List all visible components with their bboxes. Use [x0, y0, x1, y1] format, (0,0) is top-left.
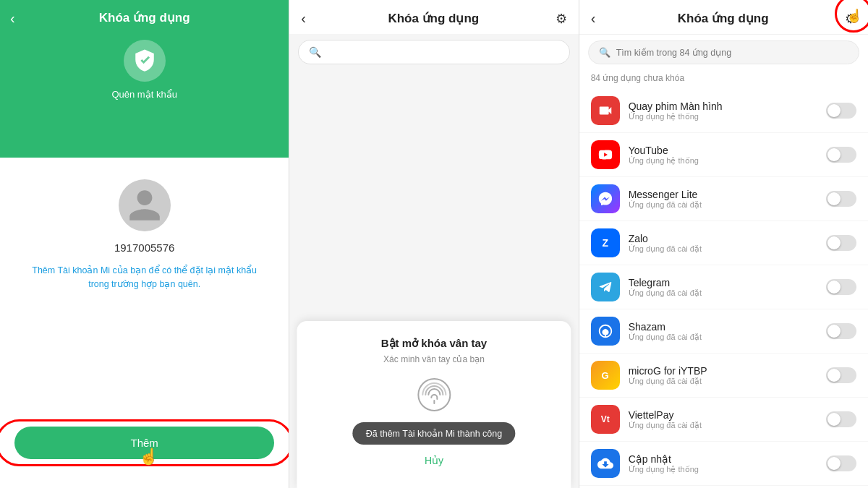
user-id: 1917005576: [114, 241, 174, 254]
app-toggle-3[interactable]: [826, 235, 856, 251]
app-icon-4: [591, 273, 620, 301]
app-icon-5: [591, 317, 620, 346]
app-type-7: Ứng dụng đã cài đặt: [629, 421, 826, 430]
panel-fingerprint: ‹ Khóa ứng dụng ⚙ 🔍 Bật mở khóa vân tay …: [289, 0, 578, 488]
app-type-4: Ứng dụng đã cài đặt: [629, 288, 826, 298]
avatar: [119, 179, 171, 231]
app-toggle-6[interactable]: [826, 367, 856, 383]
app-name-5: Shazam: [629, 321, 826, 333]
panel-app-list: ‹ Khóa ứng dụng ⚙ ☝ 🔍 84 ứng dụng chưa k…: [579, 0, 868, 488]
app-type-8: Ứng dụng hệ thống: [629, 465, 826, 474]
hand-cursor-settings-icon: ☝: [846, 8, 862, 24]
back-button-p3[interactable]: ‹: [591, 10, 596, 27]
back-button-p2[interactable]: ‹: [301, 10, 306, 27]
app-toggle-0[interactable]: [826, 103, 856, 119]
app-info-8: Cập nhật Ứng dụng hệ thống: [629, 453, 826, 474]
search-bar-p2[interactable]: 🔍: [298, 40, 569, 64]
panel2-title: Khóa ứng dụng: [312, 11, 556, 26]
add-account-description: Thêm Tài khoản Mi của bạn để có thể đặt …: [17, 264, 271, 291]
app-list: Quay phim Màn hình Ứng dụng hệ thống You…: [579, 89, 868, 488]
list-item: YouTube Ứng dụng hệ thống: [579, 133, 868, 177]
app-info-1: YouTube Ứng dụng hệ thống: [629, 145, 826, 166]
apps-count-label: 84 ứng dụng chưa khóa: [579, 70, 868, 89]
success-toast: Đã thêm Tài khoản Mi thành công: [353, 422, 515, 445]
list-item: Quay phim Màn hình Ứng dụng hệ thống: [579, 89, 868, 133]
forgot-password-label[interactable]: Quên mật khẩu: [111, 89, 176, 100]
app-icon-7: Vt: [591, 405, 620, 434]
panel-forgot-password: ‹ Khóa ứng dụng Quên mật khẩu 1917005576…: [0, 0, 289, 488]
app-icon-0: [591, 96, 620, 125]
shield-icon-container: [124, 40, 166, 82]
list-item: Z Zalo Ứng dụng đã cài đặt: [579, 221, 868, 265]
app-info-4: Telegram Ứng dụng đã cài đặt: [629, 277, 826, 298]
panel1-body: 1917005576 Thêm Tài khoản Mi của bạn để …: [0, 158, 289, 427]
app-toggle-5[interactable]: [826, 323, 856, 339]
search-input-p2[interactable]: [327, 47, 558, 58]
app-type-5: Ứng dụng đã cài đặt: [629, 333, 826, 342]
app-name-1: YouTube: [629, 145, 826, 156]
search-bar-p3[interactable]: 🔍: [588, 40, 859, 64]
app-toggle-7[interactable]: [826, 411, 856, 427]
search-icon-p2: 🔍: [309, 46, 321, 58]
panel1-header: ‹ Khóa ứng dụng Quên mật khẩu: [0, 0, 289, 158]
add-btn-container: Thêm ☝: [0, 427, 289, 459]
list-item: Messenger Lite Ứng dụng đã cài đặt: [579, 177, 868, 221]
list-item: Vt ViettelPay Ứng dụng đã cài đặt: [579, 398, 868, 442]
app-name-7: ViettelPay: [629, 409, 826, 421]
app-type-6: Ứng dụng đã cài đặt: [629, 377, 826, 386]
back-button-p1[interactable]: ‹: [10, 10, 15, 27]
fingerprint-modal: Bật mở khóa vân tay Xác minh vân tay của…: [297, 321, 571, 488]
app-info-3: Zalo Ứng dụng đã cài đặt: [629, 233, 826, 254]
app-type-0: Ứng dụng hệ thống: [629, 112, 826, 121]
app-icon-2: [591, 184, 620, 213]
settings-button-p3[interactable]: ⚙ ☝: [845, 11, 856, 27]
app-type-3: Ứng dụng đã cài đặt: [629, 244, 826, 254]
app-info-6: microG for iYTBP Ứng dụng đã cài đặt: [629, 365, 826, 386]
list-item: Cập nhật Ứng dụng hệ thống: [579, 442, 868, 486]
app-info-5: Shazam Ứng dụng đã cài đặt: [629, 321, 826, 342]
panel3-title: Khóa ứng dụng: [601, 11, 845, 26]
app-name-4: Telegram: [629, 277, 826, 288]
app-icon-8: [591, 449, 620, 478]
panel1-title: Khóa ứng dụng: [99, 10, 190, 25]
list-item: Telegram Ứng dụng đã cài đặt: [579, 265, 868, 309]
hand-cursor-icon: ☝: [139, 448, 158, 466]
fingerprint-icon: [417, 377, 451, 412]
app-info-0: Quay phim Màn hình Ứng dụng hệ thống: [629, 100, 826, 121]
app-info-7: ViettelPay Ứng dụng đã cài đặt: [629, 409, 826, 430]
app-name-3: Zalo: [629, 233, 826, 244]
app-icon-1: [591, 140, 620, 169]
list-item: Shazam Ứng dụng đã cài đặt: [579, 309, 868, 354]
app-toggle-1[interactable]: [826, 147, 856, 163]
cancel-button[interactable]: Hủy: [425, 455, 443, 466]
app-name-2: Messenger Lite: [629, 189, 826, 200]
list-item: G microG for iYTBP Ứng dụng đã cài đặt: [579, 354, 868, 398]
app-name-8: Cập nhật: [629, 453, 826, 465]
modal-subtitle: Xác minh vân tay của bạn: [383, 354, 485, 364]
avatar-icon: [126, 187, 163, 224]
app-type-2: Ứng dụng đã cài đặt: [629, 200, 826, 210]
shield-icon: [132, 48, 157, 73]
app-name-0: Quay phim Màn hình: [629, 100, 826, 112]
panel2-body: Bật mở khóa vân tay Xác minh vân tay của…: [289, 70, 578, 488]
search-icon-p3: 🔍: [599, 47, 610, 58]
app-info-2: Messenger Lite Ứng dụng đã cài đặt: [629, 189, 826, 210]
app-icon-3: Z: [591, 228, 620, 257]
settings-icon-p2[interactable]: ⚙: [556, 11, 567, 27]
search-input-p3[interactable]: [616, 48, 848, 58]
panel3-header: ‹ Khóa ứng dụng ⚙ ☝: [579, 0, 868, 35]
app-toggle-8[interactable]: [826, 455, 856, 471]
app-toggle-2[interactable]: [826, 191, 856, 207]
app-type-1: Ứng dụng hệ thống: [629, 156, 826, 166]
app-icon-6: G: [591, 361, 620, 390]
panel2-header: ‹ Khóa ứng dụng ⚙: [289, 0, 578, 34]
app-toggle-4[interactable]: [826, 279, 856, 295]
modal-title: Bật mở khóa vân tay: [381, 337, 487, 350]
app-name-6: microG for iYTBP: [629, 365, 826, 377]
